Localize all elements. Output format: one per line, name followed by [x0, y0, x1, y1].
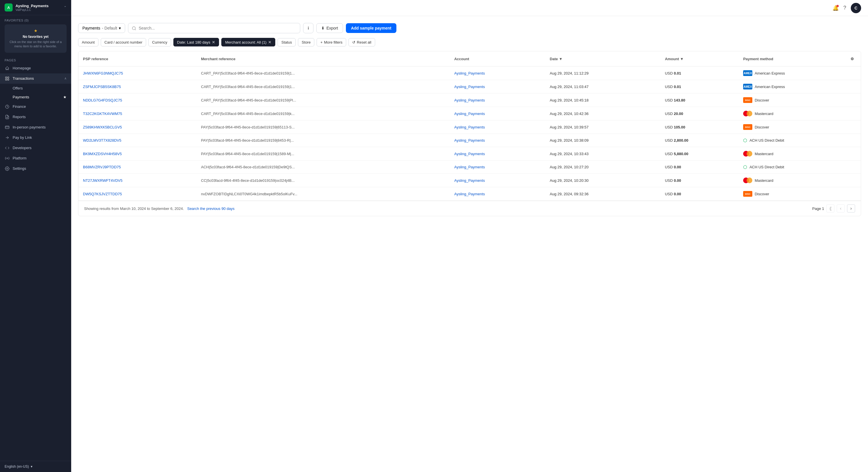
psp-ref-link[interactable]: ZSFMJCPSB5SK8B75 [83, 85, 121, 89]
sidebar-item-reports[interactable]: Reports [0, 112, 71, 122]
pm-label: Discover [755, 125, 769, 129]
pm-cell-inner: AMEX American Express [743, 84, 856, 90]
col-date[interactable]: Date ▼ [545, 51, 660, 67]
search-box[interactable] [128, 23, 300, 33]
amount-cell: USD 0.00 [660, 174, 739, 187]
search-input[interactable] [138, 26, 297, 30]
pm-cell: ⬡ ACH US Direct Debit [739, 134, 861, 147]
table-row: JHWXN6FG3NMQJC75CART_PAY|5c03facd-9f64-4… [79, 67, 861, 80]
payments-dropdown[interactable]: Payments - Default ▾ [78, 23, 125, 33]
chip-amount-label: Amount [82, 40, 95, 44]
pm-cell: DISC Discover [739, 187, 861, 201]
add-sample-payment-button[interactable]: Add sample payment [346, 23, 397, 33]
language-selector[interactable]: English (en-US) ▾ [5, 465, 32, 469]
sidebar-item-paybylink[interactable]: Pay by Link [0, 133, 71, 143]
chip-merchant-close-icon[interactable]: ✕ [268, 40, 272, 44]
col-amount[interactable]: Amount ▼ [660, 51, 739, 67]
psp-ref-link[interactable]: B68MVZRVJ9PTDD75 [83, 165, 121, 169]
sidebar: A Aysling_Payments ValPayLLC ⌃ FAVORITES… [0, 0, 71, 472]
psp-ref-link[interactable]: WD2LMV3T7X828DV5 [83, 138, 121, 142]
account-link[interactable]: Aysling_Payments [454, 165, 485, 169]
transactions-label: Transactions [12, 76, 61, 80]
sidebar-item-offers[interactable]: Offers [0, 84, 71, 93]
pm-cell: AMEX American Express [739, 67, 861, 80]
psp-ref-link[interactable]: DW5Q7KSJVZTTDD75 [83, 192, 122, 196]
pm-cell-inner: Mastercard [743, 177, 856, 183]
account-link[interactable]: Aysling_Payments [454, 192, 485, 196]
psp-ref-link[interactable]: T32C2KGKTK4VWM75 [83, 111, 122, 116]
col-pm: Payment method ⚙ [739, 51, 861, 66]
pagination: Page 1 ⟪ ‹ › [812, 204, 855, 212]
payments-star-icon[interactable]: ★ [63, 95, 67, 99]
account-link[interactable]: Aysling_Payments [454, 138, 485, 142]
pm-cell-inner: DISC Discover [743, 97, 856, 103]
plus-icon: + [320, 40, 322, 44]
psp-ref-link[interactable]: BK9MXZDSVH4H58V5 [83, 152, 122, 156]
sidebar-item-platform[interactable]: Platform [0, 153, 71, 164]
finance-label: Finance [12, 104, 67, 109]
psp-ref-link[interactable]: JHWXN6FG3NMQJC75 [83, 71, 123, 75]
main-content: 🔔 ? C Payments - Default ▾ i ⬇ Expor [71, 0, 868, 472]
chip-date-label: Date: Last 180 days [177, 40, 210, 44]
help-button[interactable]: ? [843, 5, 846, 11]
filter-chip-currency[interactable]: Currency [148, 38, 171, 46]
merchant-ref: PAY|5c03facd-9f64-4f45-8ece-d1d1de019159… [201, 125, 294, 129]
finance-icon [5, 104, 10, 109]
inperson-label: In-person payments [12, 125, 67, 129]
psp-ref-link[interactable]: NT27JWXRWFT4VDV5 [83, 178, 123, 183]
pagination-next-button[interactable]: › [847, 204, 855, 212]
reset-all-button[interactable]: ↺ Reset all [348, 38, 375, 46]
filter-chip-merchant[interactable]: Merchant account: All (1) ✕ [221, 38, 275, 46]
user-avatar[interactable]: C [851, 3, 861, 13]
inperson-icon [5, 125, 10, 130]
payments-table-container: PSP reference Merchant reference Account… [78, 51, 861, 216]
table-row: ZSFMJCPSB5SK8B75CART_PAY|5c03facd-9f64-4… [79, 80, 861, 94]
pm-cell-inner: DISC Discover [743, 124, 856, 130]
more-filters-button[interactable]: + More filters [317, 38, 346, 46]
account-link[interactable]: Aysling_Payments [454, 71, 485, 75]
search-prev-link[interactable]: Search the previous 90 days [187, 206, 235, 211]
info-button[interactable]: i [303, 23, 313, 33]
homepage-label: Homepage [12, 66, 67, 70]
sidebar-item-settings[interactable]: Settings [0, 164, 71, 174]
sidebar-item-inperson[interactable]: In-person payments [0, 122, 71, 133]
pagination-first-button[interactable]: ⟪ [826, 204, 834, 212]
topbar: 🔔 ? C [71, 0, 868, 16]
home-icon [5, 66, 10, 71]
filter-chip-amount[interactable]: Amount [78, 38, 98, 46]
account-link[interactable]: Aysling_Payments [454, 125, 485, 129]
svg-rect-3 [7, 79, 9, 80]
psp-ref-link[interactable]: Z589KHWXK5BCLGV5 [83, 125, 122, 129]
sidebar-item-homepage[interactable]: Homepage [0, 63, 71, 73]
search-icon [132, 26, 136, 30]
pm-label: ACH US Direct Debit [749, 165, 784, 169]
sidebar-item-finance[interactable]: Finance [0, 102, 71, 112]
sidebar-item-transactions[interactable]: Transactions ∧ [0, 73, 71, 84]
export-button[interactable]: ⬇ Export [316, 23, 343, 33]
pagination-prev-button[interactable]: ‹ [837, 204, 845, 212]
filter-chip-store[interactable]: Store [298, 38, 314, 46]
svg-rect-0 [5, 77, 7, 78]
account-link[interactable]: Aysling_Payments [454, 111, 485, 116]
svg-rect-1 [7, 77, 9, 78]
settings-label: Settings [12, 166, 67, 171]
notifications-bell[interactable]: 🔔 [832, 5, 839, 11]
account-link[interactable]: Aysling_Payments [454, 152, 485, 156]
table-settings-icon[interactable]: ⚙ [848, 55, 856, 63]
sidebar-expand-icon[interactable]: ⌃ [64, 5, 67, 9]
chip-date-close-icon[interactable]: ✕ [212, 40, 215, 44]
account-link[interactable]: Aysling_Payments [454, 98, 485, 102]
filter-chip-date[interactable]: Date: Last 180 days ✕ [174, 38, 219, 46]
account-link[interactable]: Aysling_Payments [454, 85, 485, 89]
psp-ref-link[interactable]: NDDLG7G4FDSQJC75 [83, 98, 122, 102]
pm-cell: AMEX American Express [739, 80, 861, 94]
table-row: NDDLG7G4FDSQJC75CART_PAY|5c03facd-9f64-4… [79, 94, 861, 107]
filter-chip-status[interactable]: Status [278, 38, 296, 46]
sidebar-item-payments[interactable]: Payments ★ [0, 93, 71, 102]
sidebar-header: A Aysling_Payments ValPayLLC ⌃ [0, 0, 71, 15]
pm-cell: Mastercard [739, 174, 861, 187]
account-link[interactable]: Aysling_Payments [454, 178, 485, 183]
filter-chip-card[interactable]: Card / account number [101, 38, 146, 46]
filter-bar: Payments - Default ▾ i ⬇ Export Add samp… [78, 23, 861, 33]
sidebar-item-developers[interactable]: Developers [0, 143, 71, 153]
